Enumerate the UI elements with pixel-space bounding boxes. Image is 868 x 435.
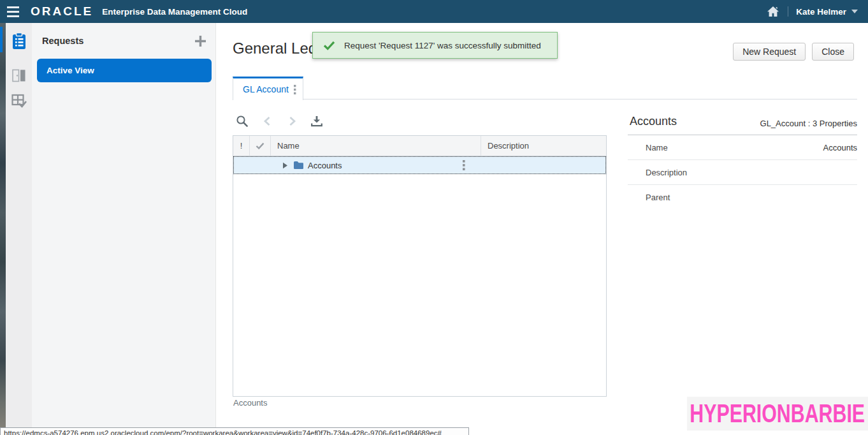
download-button[interactable] bbox=[310, 114, 324, 129]
grid-toolbar bbox=[235, 114, 324, 129]
app-window: ORACLE Enterprise Data Management Cloud … bbox=[0, 0, 868, 435]
requests-panel-title: Requests bbox=[42, 36, 83, 46]
active-view-button[interactable]: Active View bbox=[37, 59, 212, 82]
folder-icon bbox=[293, 161, 304, 170]
caret-down-icon bbox=[851, 10, 858, 13]
chevron-left-icon bbox=[263, 116, 272, 126]
menu-icon bbox=[7, 6, 19, 8]
property-row-name[interactable]: Name Accounts bbox=[628, 135, 857, 160]
success-check-icon bbox=[323, 41, 335, 50]
chevron-right-icon bbox=[287, 116, 297, 126]
nav-back-button[interactable] bbox=[260, 114, 274, 129]
new-request-button[interactable]: New Request bbox=[733, 43, 806, 61]
success-toast: Request 'Request 1127' was successfully … bbox=[312, 32, 558, 59]
topbar-divider bbox=[788, 6, 788, 17]
app-title: Enterprise Data Management Cloud bbox=[102, 7, 247, 17]
selected-node-footer-label: Accounts bbox=[233, 398, 267, 408]
user-name: Kate Helmer bbox=[796, 7, 846, 17]
rail-item-validate[interactable] bbox=[6, 87, 32, 115]
status-url-bar: https://edmcs-a574276.epm.us2.oracleclou… bbox=[0, 427, 469, 435]
tabbar-divider bbox=[233, 99, 857, 100]
toast-message: Request 'Request 1127' was successfully … bbox=[344, 41, 541, 50]
column-description[interactable]: Description bbox=[481, 136, 606, 156]
clipboard-icon bbox=[11, 32, 27, 50]
properties-panel-meta: GL_Account : 3 Properties bbox=[760, 119, 857, 128]
properties-panel-title: Accounts bbox=[630, 115, 677, 128]
row-kebab-icon[interactable] bbox=[463, 160, 465, 170]
tree-node-label: Accounts bbox=[308, 161, 342, 170]
grid-check-icon bbox=[10, 92, 28, 110]
plus-icon bbox=[194, 34, 207, 48]
top-action-buttons: New Request Close bbox=[733, 43, 854, 61]
check-icon bbox=[256, 142, 264, 150]
watermark-box: HYPERIONBARBIE bbox=[687, 397, 868, 431]
expand-caret-icon[interactable] bbox=[282, 162, 288, 169]
property-row-parent[interactable]: Parent bbox=[628, 185, 857, 210]
property-value: Accounts bbox=[823, 143, 857, 152]
rail-background-texture bbox=[0, 23, 6, 435]
rail-item-compare[interactable] bbox=[6, 61, 32, 89]
requests-panel-header: Requests bbox=[32, 23, 215, 59]
home-icon bbox=[767, 6, 779, 17]
user-menu[interactable]: Kate Helmer bbox=[796, 7, 858, 17]
property-label: Description bbox=[628, 168, 687, 177]
add-request-button[interactable] bbox=[191, 32, 209, 50]
rail-item-requests[interactable] bbox=[6, 27, 32, 55]
kebab-icon[interactable] bbox=[294, 85, 296, 94]
oracle-logo: ORACLE bbox=[31, 4, 93, 18]
tab-label: GL Account bbox=[243, 84, 289, 94]
topbar: ORACLE Enterprise Data Management Cloud … bbox=[0, 0, 868, 23]
properties-list: Name Accounts Description Parent bbox=[628, 135, 857, 210]
property-label: Name bbox=[628, 143, 668, 152]
close-button[interactable]: Close bbox=[812, 43, 854, 61]
tab-gl-account[interactable]: GL Account bbox=[233, 77, 303, 100]
download-icon bbox=[310, 115, 323, 128]
home-button[interactable] bbox=[766, 4, 780, 19]
hamburger-menu-button[interactable] bbox=[0, 0, 25, 23]
grid-header-row: ! Name Description bbox=[233, 136, 606, 156]
property-row-description[interactable]: Description bbox=[628, 160, 857, 185]
column-flag[interactable]: ! bbox=[233, 136, 250, 156]
nav-forward-button[interactable] bbox=[285, 114, 299, 129]
column-check[interactable] bbox=[250, 136, 271, 156]
watermark-text: HYPERIONBARBIE bbox=[690, 399, 865, 429]
search-button[interactable] bbox=[235, 114, 249, 129]
column-name[interactable]: Name bbox=[271, 136, 481, 156]
tree-row-accounts[interactable]: Accounts bbox=[233, 156, 606, 174]
property-label: Parent bbox=[628, 193, 670, 202]
requests-panel: Requests Active View bbox=[32, 23, 216, 435]
rail-selected-indicator bbox=[0, 27, 3, 52]
door-icon bbox=[10, 67, 27, 84]
left-rail bbox=[0, 23, 32, 435]
tree-grid: ! Name Description bbox=[233, 135, 607, 397]
search-icon bbox=[236, 115, 249, 128]
